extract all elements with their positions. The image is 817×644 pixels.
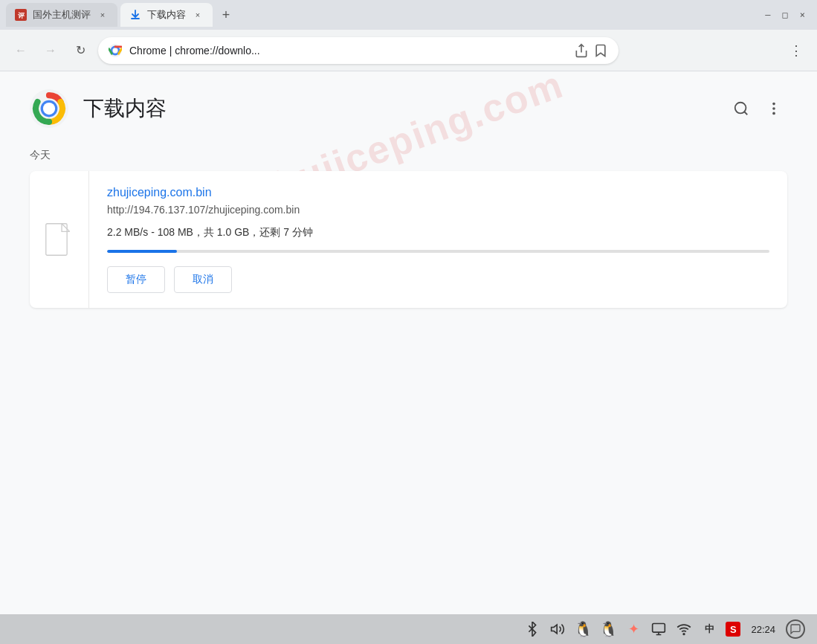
back-button[interactable]: ←: [9, 39, 33, 62]
tab2-download-icon: [129, 9, 141, 21]
browser-menu: ⋮: [784, 39, 808, 62]
taskbar-time: 22:24: [751, 624, 775, 635]
browser-menu-button[interactable]: ⋮: [784, 39, 808, 62]
svg-point-9: [735, 103, 746, 114]
chrome-small-icon: [109, 44, 122, 57]
notification-center-icon[interactable]: [786, 619, 805, 639]
taskbar: 🐧 🐧 ✦ 中 S 22:24: [0, 614, 817, 644]
progress-bar-fill: [107, 250, 177, 253]
tab1-close[interactable]: ×: [97, 9, 109, 21]
svg-point-4: [113, 48, 117, 53]
tab-1[interactable]: 评 国外主机测评 ×: [6, 3, 117, 27]
svg-point-10: [772, 103, 775, 106]
ime-icon[interactable]: 中: [700, 620, 718, 638]
chrome-logo: [30, 89, 68, 128]
tab2-close[interactable]: ×: [192, 9, 204, 21]
new-tab-button[interactable]: +: [216, 4, 236, 25]
omnibox-action-buttons: [574, 43, 608, 58]
qq1-icon[interactable]: 🐧: [574, 620, 592, 638]
progress-bar-track: [107, 250, 769, 253]
wifi-icon[interactable]: [675, 620, 693, 638]
search-button[interactable]: [728, 95, 755, 122]
qq2-icon[interactable]: 🐧: [599, 620, 617, 638]
svg-point-7: [43, 103, 55, 115]
download-status: 2.2 MB/s - 108 MB，共 1.0 GB，还剩 7 分钟: [107, 226, 769, 239]
svg-rect-13: [46, 224, 67, 256]
restore-button[interactable]: □: [783, 10, 788, 20]
download-actions: 暂停 取消: [107, 266, 769, 293]
svg-rect-14: [653, 624, 665, 633]
figma-icon[interactable]: ✦: [624, 620, 642, 638]
svg-point-11: [772, 107, 775, 110]
file-icon-area: [30, 171, 89, 308]
tab2-label: 下载内容: [147, 8, 186, 22]
page-header-actions: [728, 95, 787, 122]
file-icon: [45, 220, 74, 259]
section-label: 今天: [30, 149, 787, 162]
svg-point-12: [772, 112, 775, 115]
svg-text:评: 评: [18, 12, 25, 19]
tab1-favicon: 评: [15, 9, 27, 21]
download-info: zhujiceping.com.bin http://194.76.137.10…: [89, 171, 787, 308]
bookmark-icon[interactable]: [593, 43, 608, 58]
tab1-label: 国外主机测评: [33, 8, 91, 22]
volume-icon[interactable]: [549, 620, 566, 638]
window-controls: — □ ×: [765, 10, 811, 20]
download-card: zhujiceping.com.bin http://194.76.137.10…: [30, 171, 787, 308]
close-button[interactable]: ×: [800, 10, 805, 20]
title-bar: 评 国外主机测评 × 下载内容 × + — □ ×: [0, 0, 817, 30]
omnibox-browser-name: Chrome | chrome://downlo...: [129, 45, 566, 57]
forward-button[interactable]: →: [39, 39, 62, 62]
address-bar: ← → ↻ Chrome | chrome://downlo...: [0, 30, 817, 71]
page-title: 下载内容: [83, 94, 728, 123]
screen-icon[interactable]: [650, 620, 668, 638]
sougou-icon[interactable]: S: [726, 622, 740, 637]
pause-button[interactable]: 暂停: [107, 266, 165, 293]
download-filename[interactable]: zhujiceping.com.bin: [107, 186, 769, 199]
page-header: 下载内容: [30, 71, 787, 143]
cancel-button[interactable]: 取消: [174, 266, 232, 293]
share-icon[interactable]: [574, 43, 589, 58]
download-url: http://194.76.137.107/zhujiceping.com.bi…: [107, 204, 769, 216]
refresh-button[interactable]: ↻: [68, 39, 92, 62]
more-actions-button[interactable]: [761, 95, 787, 122]
minimize-button[interactable]: —: [765, 10, 770, 20]
omnibox[interactable]: Chrome | chrome://downlo...: [98, 37, 619, 64]
page-content: zhujiceping.com 下载内容: [0, 71, 817, 614]
svg-point-15: [684, 634, 685, 635]
bluetooth-icon[interactable]: [523, 620, 541, 638]
tab-2[interactable]: 下载内容 ×: [120, 3, 213, 27]
